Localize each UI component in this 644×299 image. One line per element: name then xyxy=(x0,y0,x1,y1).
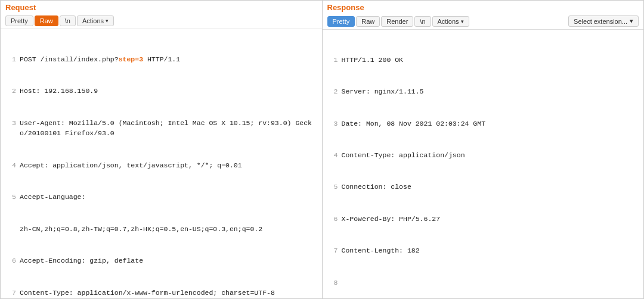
select-extension-btn[interactable]: Select extension... ▾ xyxy=(568,15,639,27)
request-actions-arrow: ▾ xyxy=(106,18,109,24)
response-render-btn[interactable]: Render xyxy=(381,16,413,27)
line-item: 7 Content-Length: 182 xyxy=(327,245,639,256)
line-item: 4 Accept: application/json, text/javascr… xyxy=(5,160,317,171)
request-title: Request xyxy=(5,3,317,12)
response-n-btn[interactable]: \n xyxy=(414,16,431,27)
line-item: 2 Host: 192.168.150.9 xyxy=(5,86,317,96)
line-item: 6 X-Powered-By: PHP/5.6.27 xyxy=(327,214,639,225)
request-header: Request Pretty Raw \n Actions ▾ xyxy=(1,1,322,29)
request-pretty-btn[interactable]: Pretty xyxy=(5,15,33,26)
line-item: 4 Content-Type: application/json xyxy=(327,150,639,161)
line-item: 1 HTTP/1.1 200 OK xyxy=(327,55,639,66)
request-toolbar: Pretty Raw \n Actions ▾ xyxy=(5,14,317,27)
select-ext-arrow: ▾ xyxy=(630,17,633,25)
line-item: 3 User-Agent: Mozilla/5.0 (Macintosh; In… xyxy=(5,118,317,139)
response-header: Response Pretty Raw Render \n Actions ▾ … xyxy=(323,1,644,30)
line-item: zh-CN,zh;q=0.8,zh-TW;q=0.7,zh-HK;q=0.5,e… xyxy=(5,224,317,235)
request-n-btn[interactable]: \n xyxy=(60,15,76,26)
request-actions-btn[interactable]: Actions ▾ xyxy=(77,15,114,26)
response-raw-btn[interactable]: Raw xyxy=(356,16,380,27)
line-item: 3 Date: Mon, 08 Nov 2021 02:03:24 GMT xyxy=(327,119,639,129)
response-toolbar: Pretty Raw Render \n Actions ▾ Select ex… xyxy=(327,14,639,28)
response-panel: Response Pretty Raw Render \n Actions ▾ … xyxy=(323,1,644,298)
line-item: 5 Connection: close xyxy=(327,182,639,192)
response-actions-btn[interactable]: Actions ▾ xyxy=(432,16,469,27)
line-item: 8 xyxy=(327,278,639,288)
line-item: 7 Content-Type: application/x-www-form-u… xyxy=(5,288,317,298)
response-title: Response xyxy=(327,3,639,12)
response-body[interactable]: 1 HTTP/1.1 200 OK 2 Server: nginx/1.11.5… xyxy=(323,30,644,298)
response-actions-arrow: ▾ xyxy=(461,18,464,24)
response-pretty-btn[interactable]: Pretty xyxy=(327,16,355,27)
line-item: 5 Accept-Language: xyxy=(5,192,317,203)
line-item: 1 POST /install/index.php?step=3 HTTP/1.… xyxy=(5,54,317,65)
request-raw-btn[interactable]: Raw xyxy=(35,15,58,26)
line-item: 2 Server: nginx/1.11.5 xyxy=(327,86,639,97)
line-item: 6 Accept-Encoding: gzip, deflate xyxy=(5,256,317,266)
request-panel: Request Pretty Raw \n Actions ▾ 1 POST /… xyxy=(1,1,323,298)
request-body[interactable]: 1 POST /install/index.php?step=3 HTTP/1.… xyxy=(1,29,322,298)
